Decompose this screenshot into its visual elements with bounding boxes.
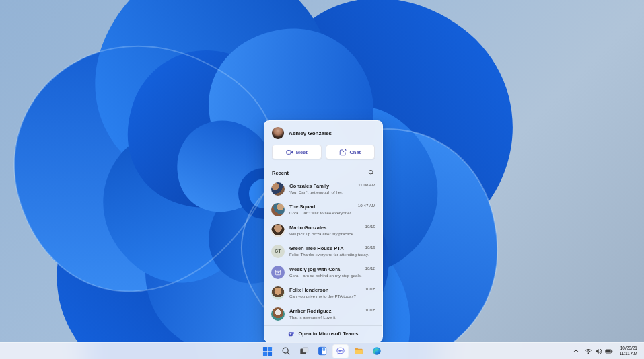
conversation-name: Green Tree House PTA [289,245,357,252]
conversation-time: 10/19 [365,224,375,229]
conversation-mario-gonzales[interactable]: Mario Gonzales Will pick up pizza after … [264,220,382,241]
wifi-icon [585,348,592,355]
conversation-gonzales-family[interactable]: Gonzales Family You: Can't get enough of… [264,178,382,199]
conversation-weekly-jog-with-cora[interactable]: Weekly jog with Cora Cora: I am so behin… [264,262,382,282]
hidden-icons-button[interactable] [571,344,581,358]
conversation-time: 10/18 [365,307,375,312]
network-flyout-button[interactable] [583,344,615,358]
taskbar-date: 10/20/21 [620,346,638,351]
conversation-time: 10:47 AM [358,203,375,208]
open-in-teams-label: Open in Microsoft Teams [298,331,358,337]
avatar [271,182,285,196]
chevron-up-icon [573,348,579,354]
file-explorer-icon [354,346,363,356]
avatar-initials: GT [271,245,285,258]
conversation-preview: Can you drive me to the PTA today? [289,294,375,300]
search-button[interactable] [278,344,294,358]
taskbar-clock[interactable]: 10/20/21 11:11 AM [616,346,641,356]
video-camera-icon [286,149,293,156]
user-name: Ashley Gonzales [289,130,332,136]
open-in-teams-button[interactable]: Open in Microsoft Teams [264,325,382,342]
conversation-preview: You: Can't get enough of her. [289,190,375,196]
user-avatar[interactable] [272,127,284,139]
task-view-button[interactable] [296,344,312,358]
edge-button[interactable] [369,344,385,358]
conversation-felix-henderson[interactable]: Felix Henderson Can you drive me to the … [264,282,382,303]
conversation-name: Mario Gonzales [289,225,357,231]
meet-button-label: Meet [296,149,308,155]
conversation-preview: Felix: Thanks everyone for attending tod… [289,252,375,258]
conversation-the-squad[interactable]: The Squad Cora: Can't wait to see everyo… [264,199,382,220]
system-tray: 10/20/21 11:11 AM [571,343,641,359]
action-buttons: Meet Chat [264,143,382,165]
edge-icon [372,346,382,356]
conversation-time: 10/18 [365,286,375,291]
conversation-amber-rodriguez[interactable]: Amber Rodriguez That is awesome! Love it… [264,303,382,324]
conversation-green-tree-house-pta[interactable]: GT Green Tree House PTA Felix: Thanks ev… [264,241,382,262]
chat-bubble-icon [336,346,345,356]
taskbar-center-icons [260,343,385,359]
avatar-initials-text: GT [275,249,281,253]
start-button[interactable] [260,344,276,358]
recent-title: Recent [272,170,289,176]
search-icon [281,346,291,356]
volume-icon [595,348,602,355]
search-icon[interactable] [368,169,375,176]
avatar [271,224,285,237]
teams-icon [288,331,295,337]
chat-taskbar-button[interactable] [332,344,349,358]
task-view-icon [299,346,309,356]
conversation-name: Felix Henderson [289,287,357,294]
avatar [271,307,285,321]
conversation-name: Weekly jog with Cora [289,266,357,273]
windows-start-icon [262,346,273,356]
taskbar-time: 11:11 AM [620,351,638,356]
conversation-preview: Cora: I am so behind on my step goals. [289,273,375,279]
taskbar: 10/20/21 11:11 AM [0,342,644,359]
chat-flyout: Ashley Gonzales Meet Chat Recent [264,120,383,342]
recent-header: Recent [264,165,382,178]
avatar [271,203,285,216]
widgets-icon [318,346,327,356]
conversation-preview: That is awesome! Love it! [289,315,375,321]
flyout-header: Ashley Gonzales [264,121,382,143]
conversation-name: The Squad [289,204,357,210]
desktop: Ashley Gonzales Meet Chat Recent [0,0,644,359]
conversation-time: 10/19 [365,245,375,249]
chat-button-label: Chat [349,149,361,155]
conversation-preview: Cora: Can't wait to see everyone! [289,210,375,216]
conversation-preview: Will pick up pizza after my practice. [289,231,375,237]
conversation-list: Gonzales Family You: Can't get enough of… [264,178,382,324]
avatar [271,286,285,300]
meet-button[interactable]: Meet [272,145,322,159]
battery-icon [605,348,613,355]
widgets-button[interactable] [314,344,330,358]
conversation-name: Amber Rodriguez [289,308,357,315]
file-explorer-button[interactable] [351,344,367,358]
conversation-name: Gonzales Family [289,183,357,190]
conversation-time: 11:08 AM [358,182,375,187]
compose-icon [339,149,347,156]
chat-button[interactable]: Chat [326,145,375,159]
calendar-icon [275,269,281,276]
conversation-time: 10/18 [365,266,375,270]
avatar-calendar [271,266,285,279]
